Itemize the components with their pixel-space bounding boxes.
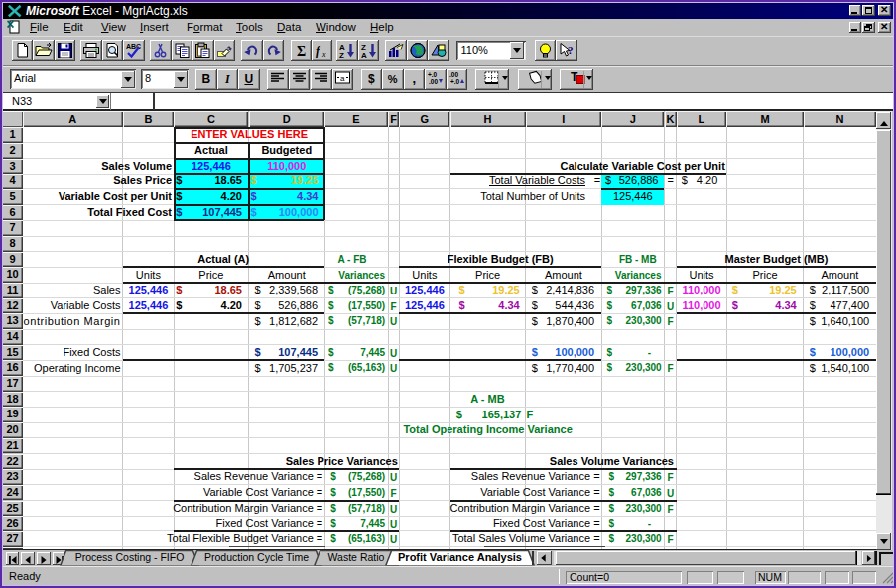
svg-text:?: ? — [568, 44, 574, 56]
svg-text:+.0: +.0 — [428, 71, 438, 78]
svg-text:f: f — [316, 44, 320, 58]
svg-text:.00: .00 — [449, 71, 458, 78]
svg-text:+.0: +.0 — [450, 78, 460, 85]
svg-text:.00: .00 — [429, 78, 438, 85]
svg-text:ABC: ABC — [126, 43, 141, 50]
svg-text:Σ: Σ — [297, 44, 306, 59]
svg-text:Z: Z — [339, 51, 344, 59]
svg-text:A: A — [361, 51, 367, 59]
svg-text:x: x — [321, 50, 326, 59]
svg-text:a: a — [340, 73, 345, 82]
